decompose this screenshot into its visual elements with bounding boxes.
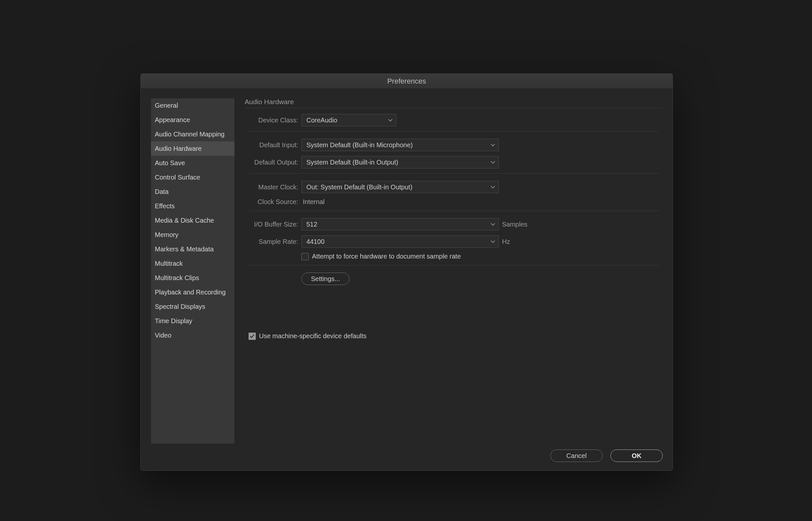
value-clock-source: Internal: [302, 198, 325, 206]
preferences-sidebar: GeneralAppearanceAudio Channel MappingAu…: [151, 98, 235, 444]
dropdown-value: System Default (Built-in Microphone): [306, 141, 413, 149]
label-clock-source: Clock Source:: [248, 198, 302, 206]
chevron-down-icon: [490, 185, 495, 189]
label-default-input: Default Input:: [248, 141, 302, 149]
row-clock-source: Clock Source: Internal: [248, 198, 659, 206]
label-io-buffer: I/O Buffer Size:: [248, 221, 302, 228]
dropdown-master-clock[interactable]: Out: System Default (Built-in Output): [302, 181, 499, 193]
settings-button[interactable]: Settings...: [302, 273, 350, 285]
label-device-class: Device Class:: [248, 116, 302, 124]
row-force-checkbox: Attempt to force hardware to document sa…: [248, 253, 659, 260]
checkbox-force-hardware-label: Attempt to force hardware to document sa…: [312, 253, 461, 260]
sidebar-item-audio-hardware[interactable]: Audio Hardware: [151, 141, 235, 156]
dropdown-value: 512: [306, 221, 317, 228]
dropdown-sample-rate[interactable]: 44100: [302, 235, 499, 248]
sidebar-item-general[interactable]: General: [151, 98, 235, 113]
row-sample-rate: Sample Rate: 44100 Hz: [248, 235, 659, 248]
sidebar-item-multitrack-clips[interactable]: Multitrack Clips: [151, 271, 235, 285]
label-master-clock: Master Clock:: [248, 183, 302, 191]
ok-button[interactable]: OK: [611, 450, 663, 462]
row-master-clock: Master Clock: Out: System Default (Built…: [248, 181, 659, 193]
checkbox-machine-specific[interactable]: [248, 333, 256, 340]
sidebar-item-appearance[interactable]: Appearance: [151, 113, 235, 127]
sidebar-item-time-display[interactable]: Time Display: [151, 314, 235, 328]
sidebar-item-audio-channel-mapping[interactable]: Audio Channel Mapping: [151, 127, 235, 141]
chevron-down-icon: [490, 161, 495, 164]
sidebar-item-data[interactable]: Data: [151, 184, 235, 199]
dialog-content: GeneralAppearanceAudio Channel MappingAu…: [141, 89, 673, 470]
cancel-button[interactable]: Cancel: [550, 450, 602, 462]
dropdown-value: System Default (Built-in Output): [306, 159, 398, 166]
row-io-buffer: I/O Buffer Size: 512 Samples: [248, 218, 659, 230]
dropdown-default-input[interactable]: System Default (Built-in Microphone): [302, 139, 499, 151]
preferences-dialog: Preferences GeneralAppearanceAudio Chann…: [140, 73, 673, 471]
dropdown-default-output[interactable]: System Default (Built-in Output): [302, 156, 499, 168]
dialog-buttons: Cancel OK: [550, 450, 663, 462]
row-settings-button: Settings...: [248, 273, 659, 285]
dialog-title: Preferences: [387, 77, 426, 86]
sidebar-item-effects[interactable]: Effects: [151, 199, 235, 213]
suffix-samples: Samples: [502, 221, 527, 228]
row-machine-specific: Use machine-specific device defaults: [248, 332, 663, 340]
divider: [248, 131, 659, 132]
sidebar-item-video[interactable]: Video: [151, 328, 235, 342]
label-default-output: Default Output:: [248, 159, 302, 166]
section-title: Audio Hardware: [245, 98, 663, 106]
dialog-titlebar: Preferences: [141, 74, 673, 89]
sidebar-item-control-surface[interactable]: Control Surface: [151, 170, 235, 184]
divider: [248, 210, 659, 211]
checkbox-force-hardware-row: Attempt to force hardware to document sa…: [302, 253, 461, 260]
preferences-main: Audio Hardware Device Class: CoreAudio D…: [245, 98, 663, 467]
suffix-hz: Hz: [502, 238, 510, 246]
sidebar-item-auto-save[interactable]: Auto Save: [151, 156, 235, 170]
chevron-down-icon: [388, 118, 393, 122]
row-device-class: Device Class: CoreAudio: [248, 114, 659, 126]
dropdown-value: CoreAudio: [306, 116, 337, 124]
divider: [248, 173, 659, 174]
row-default-input: Default Input: System Default (Built-in …: [248, 139, 659, 151]
dropdown-io-buffer[interactable]: 512: [302, 218, 499, 230]
audio-hardware-panel: Device Class: CoreAudio Default Input: S…: [245, 108, 663, 293]
dropdown-value: 44100: [306, 238, 325, 245]
sidebar-item-multitrack[interactable]: Multitrack: [151, 256, 235, 271]
chevron-down-icon: [490, 240, 495, 243]
chevron-down-icon: [490, 143, 495, 146]
dropdown-device-class[interactable]: CoreAudio: [302, 114, 396, 126]
sidebar-item-memory[interactable]: Memory: [151, 228, 235, 242]
label-sample-rate: Sample Rate:: [248, 238, 302, 246]
checkbox-force-hardware[interactable]: [302, 253, 309, 260]
sidebar-item-playback-and-recording[interactable]: Playback and Recording: [151, 285, 235, 299]
checkbox-machine-specific-label: Use machine-specific device defaults: [259, 332, 367, 340]
row-default-output: Default Output: System Default (Built-in…: [248, 156, 659, 168]
sidebar-item-spectral-displays[interactable]: Spectral Displays: [151, 299, 235, 314]
sidebar-item-markers-metadata[interactable]: Markers & Metadata: [151, 242, 235, 256]
chevron-down-icon: [490, 223, 495, 226]
dropdown-value: Out: System Default (Built-in Output): [306, 183, 413, 191]
sidebar-item-media-disk-cache[interactable]: Media & Disk Cache: [151, 213, 235, 228]
